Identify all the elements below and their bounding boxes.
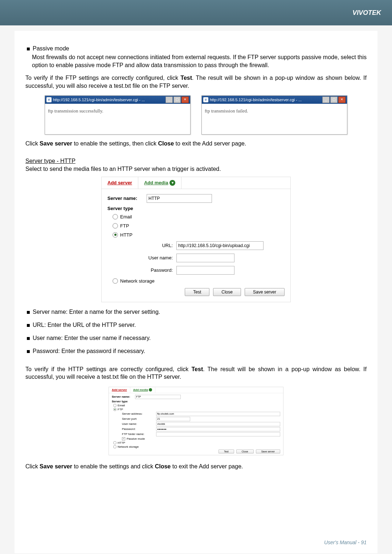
popup-url: http://192.168.5.121/cgi-bin/admin/tests… — [210, 98, 321, 102]
add-server-panel: Add server Add media ▾ Server name: Serv… — [101, 177, 291, 302]
test-word: Test — [192, 366, 203, 372]
txt: Click — [25, 140, 40, 147]
radio-icon[interactable] — [113, 232, 118, 238]
close-word: Close — [155, 463, 171, 469]
radio-icon[interactable] — [113, 223, 118, 229]
server-name-label: Server name: — [112, 395, 134, 398]
radio-ns-label: Network storage — [120, 278, 155, 284]
passive-mode-desc: Most firewalls do not accept new connect… — [32, 53, 367, 69]
url-label: URL: — [122, 243, 176, 248]
txt: To verify if the HTTP settings are corre… — [25, 366, 192, 372]
server-port-input[interactable] — [156, 417, 190, 421]
minimize-button[interactable]: _ — [322, 97, 330, 103]
radio-label: Network storage — [118, 445, 139, 448]
radio-icon[interactable] — [113, 445, 117, 448]
test-button[interactable]: Test — [219, 450, 234, 454]
bullet-url: URL: Enter the URL of the HTTP server. — [27, 322, 367, 328]
save-server-line-1: Click Save server to enable the settings… — [25, 140, 367, 148]
passive-label: Passive mode — [127, 437, 145, 440]
ie-icon: e — [203, 97, 208, 102]
radio-ns-row[interactable]: Network storage — [113, 278, 285, 284]
bullet-text: Server name: Enter a name for the server… — [33, 309, 160, 315]
popup-url: http://192.168.5.121/cgi-bin/admin/tests… — [53, 98, 164, 102]
popup-failed: e http://192.168.5.121/cgi-bin/admin/tes… — [201, 95, 347, 135]
save-server-line-2: Click Save server to enable the settings… — [25, 463, 367, 471]
lbl: Server address: — [117, 412, 155, 415]
radio-email-row[interactable]: Email — [113, 404, 280, 407]
save-word: Save server — [40, 463, 72, 469]
radio-http-row[interactable]: HTTP — [113, 441, 280, 444]
tab-add-server[interactable]: Add server — [102, 177, 138, 189]
radio-ftp-row[interactable]: FTP — [113, 223, 285, 229]
radio-label: FTP — [118, 408, 123, 411]
radio-icon[interactable] — [113, 441, 117, 444]
bullet-server-name: Server name: Enter a name for the server… — [27, 309, 367, 315]
username-label: User name: — [122, 255, 176, 260]
server-name-input[interactable] — [135, 395, 181, 399]
bullet-text: User name: Enter the user name if necess… — [33, 335, 151, 341]
save-server-button[interactable]: Save server — [245, 288, 285, 296]
bullet-icon — [27, 311, 30, 314]
save-server-button[interactable]: Save server — [256, 450, 280, 454]
server-type-label: Server type — [107, 206, 144, 211]
test-word: Test — [180, 75, 192, 81]
bullet-icon — [27, 350, 30, 353]
radio-http-row[interactable]: HTTP — [113, 232, 285, 238]
maximize-button[interactable]: ▢ — [173, 97, 181, 103]
lbl: FTP folder name: — [117, 432, 155, 436]
server-type-label: Server type — [112, 400, 134, 403]
radio-http-label: HTTP — [120, 232, 132, 238]
radio-email-label: Email — [120, 214, 132, 219]
close-word: Close — [158, 140, 174, 147]
radio-ns-row[interactable]: Network storage — [113, 445, 280, 448]
txt: to exit the Add server page. — [174, 140, 246, 147]
radio-email-row[interactable]: Email — [113, 214, 285, 219]
tab-label: Add media — [133, 388, 148, 391]
url-input[interactable] — [176, 241, 264, 250]
test-button[interactable]: Test — [185, 288, 209, 296]
server-address-input[interactable] — [156, 412, 280, 416]
page-footer: User's Manual - 91 — [324, 539, 367, 545]
bullet-icon — [27, 324, 30, 327]
verify-ftp-para: To verify if the FTP settings are correc… — [25, 74, 367, 90]
lbl: User name: — [117, 422, 155, 426]
txt: to enable the settings and click — [72, 463, 155, 469]
radio-icon[interactable] — [113, 408, 117, 411]
tab-add-media[interactable]: Add media — [130, 387, 155, 393]
ftp-folder-input[interactable] — [156, 432, 280, 436]
radio-icon[interactable] — [113, 404, 117, 407]
ie-icon: e — [46, 97, 52, 102]
password-input[interactable] — [176, 266, 234, 275]
header-bar: VIVOTEK — [0, 0, 392, 25]
username-input[interactable] — [156, 422, 280, 426]
tab-add-server[interactable]: Add server — [109, 387, 130, 393]
passive-checkbox[interactable]: ✓ — [122, 437, 125, 440]
username-input[interactable] — [176, 254, 234, 262]
close-button[interactable]: Close — [236, 450, 254, 454]
radio-label: HTTP — [118, 441, 125, 444]
close-button[interactable]: Close — [213, 288, 241, 296]
maximize-button[interactable]: ▢ — [330, 97, 338, 103]
radio-ftp-row[interactable]: FTP — [113, 408, 280, 411]
close-button[interactable]: ✕ — [181, 97, 189, 103]
popup-titlebar: e http://192.168.5.121/cgi-bin/admin/tes… — [45, 96, 190, 104]
txt: to enable the settings, then click — [72, 140, 158, 147]
radio-icon[interactable] — [113, 214, 118, 219]
server-name-input[interactable] — [147, 194, 212, 203]
close-button[interactable]: ✕ — [338, 97, 346, 103]
passive-mode-title: Passive mode — [33, 45, 69, 52]
verify-ftp-pre: To verify if the FTP settings are correc… — [25, 75, 180, 81]
password-input[interactable] — [156, 427, 280, 431]
popup-success: e http://192.168.5.121/cgi-bin/admin/tes… — [45, 95, 191, 135]
server-name-label: Server name: — [107, 196, 144, 201]
radio-icon[interactable] — [113, 278, 118, 284]
popup-screenshots: e http://192.168.5.121/cgi-bin/admin/tes… — [25, 95, 367, 135]
http-intro: Select to send the media files to an HTT… — [25, 165, 367, 173]
txt: to exit the Add server page. — [171, 463, 243, 469]
tab-add-media[interactable]: Add media ▾ — [138, 177, 181, 189]
txt: Click — [25, 463, 40, 469]
bullet-password: Password: Enter the password if necessar… — [27, 348, 367, 354]
minimize-button[interactable]: _ — [166, 97, 173, 103]
http-section-heading: Server type - HTTP — [25, 158, 367, 164]
arrow-down-icon — [149, 388, 152, 391]
